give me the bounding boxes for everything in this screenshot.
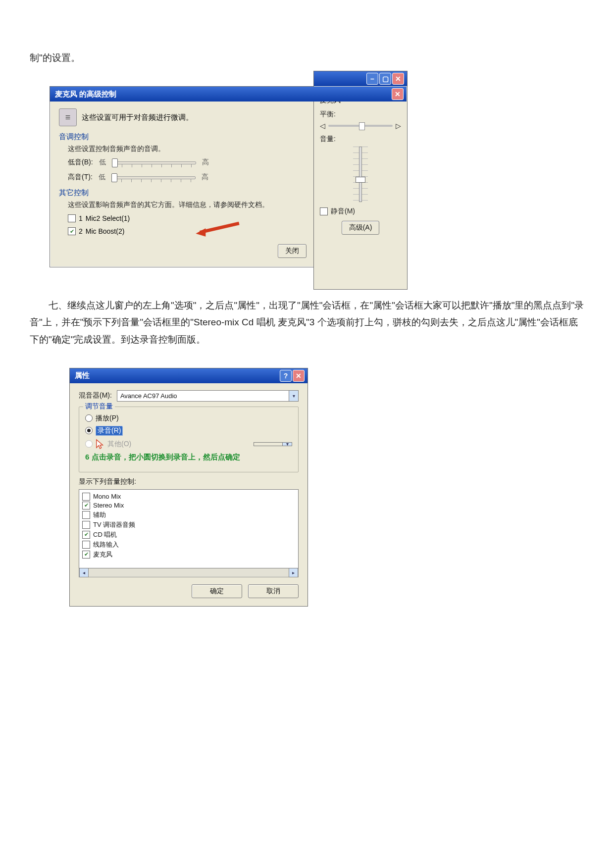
adjust-volume-group: 调节音量 播放(P) 录音(R) 其他(O) ▾: [79, 407, 299, 472]
ok-button[interactable]: 确定: [192, 584, 242, 598]
balance-slider[interactable]: ◁ ▷: [320, 122, 401, 130]
close-icon[interactable]: ✕: [392, 73, 404, 85]
low-label: 低: [99, 158, 106, 167]
speaker-left-icon: ◁: [320, 122, 325, 130]
checkbox-icon: ✔: [82, 531, 90, 539]
mute-label: 静音(M): [331, 207, 355, 216]
checkbox-icon: [82, 541, 90, 549]
low-label: 低: [99, 173, 105, 182]
checkbox-icon: ✔: [82, 502, 90, 510]
mic2-select-label: Mic2 Select(1): [86, 214, 130, 222]
list-item-label: Mono Mix: [93, 493, 121, 500]
close-button[interactable]: 关闭: [278, 244, 307, 258]
list-item[interactable]: ✔麦克风: [82, 550, 295, 559]
list-item-label: 线路输入: [93, 540, 119, 549]
list-item-label: Stereo Mix: [93, 502, 124, 509]
horizontal-scrollbar[interactable]: ◂ ▸: [79, 568, 299, 577]
minimize-icon[interactable]: –: [366, 73, 378, 85]
volume-controls-list[interactable]: Mono Mix✔Stereo Mix辅助TV 调谐器音频✔CD 唱机线路输入✔…: [79, 489, 299, 568]
tone-section-title: 音调控制: [59, 132, 307, 142]
mic-boost-row[interactable]: ✔ 2 Mic Boost(2): [68, 227, 307, 235]
treble-slider-row: 高音(T): 低 高: [68, 172, 307, 182]
mic-panel-titlebar: – ▢ ✕: [314, 71, 407, 86]
radio-icon: [85, 440, 93, 448]
volume-label: 音量:: [320, 135, 401, 144]
list-item[interactable]: 辅助: [82, 511, 295, 519]
playback-radio[interactable]: 播放(P): [85, 414, 292, 423]
checkbox-icon: [82, 521, 90, 529]
mic2-select-row[interactable]: 1 Mic2 Select(1): [68, 214, 307, 222]
list-item-label: CD 唱机: [93, 530, 117, 539]
other-label: 其他(O): [107, 440, 131, 449]
dialog2-titlebar: 属性 ? ✕: [70, 368, 307, 383]
record-label: 录音(R): [96, 426, 123, 436]
mute-checkbox-row[interactable]: 静音(M): [320, 207, 401, 216]
adjust-volume-title: 调节音量: [83, 402, 115, 411]
checkbox-icon: ✔: [68, 227, 76, 235]
dialog1-titlebar: 麦克风 的高级控制 ✕: [50, 87, 407, 102]
bass-label: 低音(B):: [68, 158, 93, 167]
list-item[interactable]: 线路输入: [82, 540, 295, 549]
opt1-num: 1: [79, 214, 83, 222]
other-section-title: 其它控制: [59, 188, 307, 198]
checkbox-icon: [82, 511, 90, 519]
figure-advanced-mic-dialog: – ▢ ✕ 麦克风 平衡: ◁ ▷ 音量:: [50, 86, 584, 267]
annotation-arrow-icon: [192, 218, 241, 238]
mixer-value: Avance AC97 Audio: [120, 392, 177, 400]
radio-icon: [85, 427, 93, 434]
list-item[interactable]: Mono Mix: [82, 493, 295, 501]
other-section-desc: 这些设置影响音频声音的其它方面。详细信息，请参阅硬件文档。: [68, 201, 307, 209]
dropdown-icon: ▾: [282, 443, 292, 446]
treble-slider[interactable]: [111, 172, 196, 182]
list-item[interactable]: ✔CD 唱机: [82, 530, 295, 539]
scroll-right-icon[interactable]: ▸: [289, 568, 298, 577]
scroll-left-icon[interactable]: ◂: [79, 568, 89, 577]
advanced-button[interactable]: 高级(A): [342, 221, 380, 235]
other-select: ▾: [254, 442, 292, 446]
checkbox-icon: [320, 207, 328, 215]
mic-volume-panel: – ▢ ✕ 麦克风 平衡: ◁ ▷ 音量:: [313, 71, 408, 290]
mic-boost-label: Mic Boost(2): [86, 227, 125, 235]
properties-dialog: 属性 ? ✕ 混音器(M): Avance AC97 Audio ▾ 调节音量: [69, 368, 308, 607]
checkbox-icon: [82, 493, 90, 501]
bass-slider-row: 低音(B): 低 高: [68, 157, 307, 167]
audio-settings-icon: ≡: [59, 108, 77, 126]
list-item[interactable]: TV 调谐器音频: [82, 520, 295, 529]
checkbox-icon: [68, 214, 76, 222]
tone-section-desc: 这些设置控制音频声音的音调。: [68, 145, 307, 153]
mixer-select[interactable]: Avance AC97 Audio ▾: [117, 390, 299, 402]
opt2-num: 2: [79, 227, 83, 235]
high-label: 高: [202, 173, 208, 182]
high-label: 高: [202, 158, 209, 167]
cursor-icon: [96, 439, 104, 450]
mixer-row: 混音器(M): Avance AC97 Audio ▾: [79, 390, 299, 402]
close-icon[interactable]: ✕: [392, 88, 404, 100]
list-item-label: 辅助: [93, 511, 106, 519]
mixer-label: 混音器(M):: [79, 391, 112, 400]
playback-label: 播放(P): [96, 414, 119, 423]
record-radio[interactable]: 录音(R): [85, 426, 292, 436]
list-item-label: 麦克风: [93, 550, 112, 559]
advanced-mic-dialog: – ▢ ✕ 麦克风 平衡: ◁ ▷ 音量:: [50, 86, 407, 267]
close-icon[interactable]: ✕: [293, 370, 305, 382]
list-item[interactable]: ✔Stereo Mix: [82, 502, 295, 510]
dropdown-icon: ▾: [289, 391, 298, 401]
text-fragment-top: 制"的设置。: [30, 50, 584, 66]
other-radio: 其他(O) ▾: [85, 439, 292, 450]
treble-label: 高音(T):: [68, 173, 93, 182]
help-icon[interactable]: ?: [280, 370, 292, 382]
volume-slider[interactable]: [353, 147, 368, 201]
show-controls-label: 显示下列音量控制:: [79, 477, 299, 486]
figure-properties-dialog: 属性 ? ✕ 混音器(M): Avance AC97 Audio ▾ 调节音量: [50, 368, 584, 607]
bass-slider[interactable]: [112, 157, 196, 167]
balance-label: 平衡:: [320, 110, 401, 119]
checkbox-icon: ✔: [82, 551, 90, 559]
list-item-label: TV 调谐器音频: [93, 520, 135, 529]
paragraph-seven: 七、继续点这儿窗户的左上角"选项"，之后点"属性"，出现了"属性"会话框，在"属…: [30, 297, 584, 348]
annotation-note: 6 点击录音，把小圆切换到录音上，然后点确定: [85, 453, 292, 462]
cancel-button[interactable]: 取消: [248, 584, 299, 598]
dialog1-title: 麦克风 的高级控制: [53, 90, 391, 99]
maximize-icon[interactable]: ▢: [379, 73, 391, 85]
radio-icon: [85, 414, 93, 422]
dialog1-intro: 这些设置可用于对音频进行微调。: [82, 113, 193, 122]
